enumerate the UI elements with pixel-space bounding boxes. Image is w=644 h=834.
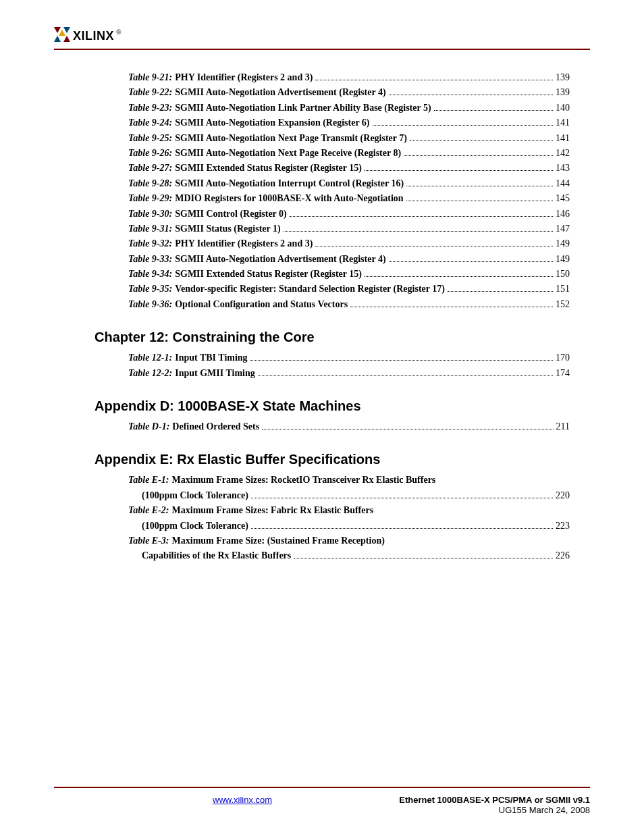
toc-page-number: 223 [556,519,570,533]
toc-page-number: 152 [556,297,570,312]
footer-link[interactable]: www.xilinx.com [213,795,272,815]
toc-page-number: 140 [556,101,570,115]
section-heading: Appendix D: 1000BASE-X State Machines [95,398,590,414]
toc-entry[interactable]: Table 9-31:SGMII Status (Register 1)147 [128,221,570,236]
toc-page-number: 144 [556,176,570,191]
toc-entry-title: Vendor-specific Register: Standard Selec… [175,282,445,296]
toc-entry-title: MDIO Registers for 1000BASE-X with Auto-… [175,191,403,206]
toc-entry-cont-text: (100ppm Clock Tolerance) [142,488,248,503]
toc-page-number: 139 [556,85,570,100]
toc-entry-title: SGMII Auto-Negotiation Expansion (Regist… [175,115,369,130]
svg-marker-1 [63,27,70,33]
toc-entry[interactable]: Table 9-22:SGMII Auto-Negotiation Advert… [128,85,570,100]
toc-entry-label: Table 9-24: [128,115,172,130]
toc-dots [350,299,553,307]
toc-entry-label: Table 9-28: [128,176,172,191]
toc-entry-label: Table 9-27: [128,161,172,176]
toc-entry[interactable]: Table E-3:Maximum Frame Size: (Sustained… [128,533,570,548]
toc-entry[interactable]: Table 9-36:Optional Configuration and St… [128,297,570,312]
toc-entry[interactable]: Table 9-21:PHY Identifier (Registers 2 a… [128,70,570,85]
toc-entry-label: Table E-1: [128,473,169,488]
toc-entry-label: Table 9-30: [128,207,172,221]
toc-entry[interactable]: Table 9-24:SGMII Auto-Negotiation Expans… [128,115,570,130]
toc-page-number: 211 [556,419,570,434]
toc-entry[interactable]: Table 9-25:SGMII Auto-Negotiation Next P… [128,131,570,146]
toc-entry[interactable]: Table 9-32:PHY Identifier (Registers 2 a… [128,236,570,251]
toc-dots [251,520,553,528]
toc-entry[interactable]: Table 9-34:SGMII Extended Status Registe… [128,267,570,282]
toc-page-number: 141 [556,115,570,130]
toc-dots [251,490,553,498]
toc-entry-label: Table 9-22: [128,85,172,100]
toc-dots [406,193,553,201]
toc-entry-label: Table 9-32: [128,236,172,251]
toc-entry-label: Table E-3: [128,533,169,548]
toc-entry[interactable]: Table 9-26:SGMII Auto-Negotiation Next P… [128,146,570,161]
toc-page-number: 147 [556,221,570,236]
toc-entry[interactable]: Table 12-2:Input GMII Timing174 [128,366,570,381]
toc-entry-label: Table 9-35: [128,282,172,296]
toc-dots [389,87,553,95]
toc-dots [389,254,553,262]
toc-entry-label: Table 12-1: [128,350,172,365]
toc-entry-title: Defined Ordered Sets [172,419,259,434]
toc-entry[interactable]: Table D-1:Defined Ordered Sets211 [128,419,570,434]
toc-entry-title: SGMII Auto-Negotiation Advertisement (Re… [175,85,385,100]
toc-entry-title: SGMII Auto-Negotiation Advertisement (Re… [175,252,385,267]
toc-entry-label: Table 9-23: [128,101,172,115]
toc-dots [258,367,553,375]
toc-dots [410,132,553,140]
toc-page-number: 174 [556,366,570,381]
toc-entry[interactable]: Table 9-23:SGMII Auto-Negotiation Link P… [128,101,570,115]
toc-entry-continuation[interactable]: (100ppm Clock Tolerance)223 [128,519,570,533]
toc-dots [448,284,553,292]
toc-entry-label: Table 9-29: [128,191,172,206]
toc-dots [315,238,553,246]
toc-entry-continuation[interactable]: (100ppm Clock Tolerance)220 [128,488,570,503]
toc-entry-label: Table 12-2: [128,366,172,381]
toc-entry-title: PHY Identifier (Registers 2 and 3) [175,236,313,251]
svg-marker-0 [54,27,61,33]
toc-block: Table 9-21:PHY Identifier (Registers 2 a… [128,70,570,312]
toc-entry[interactable]: Table 9-27:SGMII Extended Status Registe… [128,161,570,176]
toc-page-number: 226 [556,548,570,563]
toc-dots [294,550,553,558]
toc-page-number: 139 [556,70,570,85]
toc-entry-cont-text: (100ppm Clock Tolerance) [142,519,248,533]
toc-entry[interactable]: Table E-2:Maximum Frame Sizes: Fabric Rx… [128,503,570,518]
toc-dots [404,148,553,156]
toc-entry-title: Maximum Frame Sizes: Fabric Rx Elastic B… [172,503,374,518]
footer-doc-subtitle: UG155 March 24, 2008 [399,805,590,815]
header-rule [54,49,590,50]
page-footer: www.xilinx.com Ethernet 1000BASE-X PCS/P… [54,787,590,815]
toc-page-number: 141 [556,131,570,146]
toc-entry-continuation[interactable]: Capabilities of the Rx Elastic Buffers22… [128,548,570,563]
toc-page-number: 143 [556,161,570,176]
toc-entry-title: Input GMII Timing [175,366,255,381]
toc-entry[interactable]: Table 9-33:SGMII Auto-Negotiation Advert… [128,252,570,267]
toc-dots [315,72,553,80]
toc-entry[interactable]: Table 9-28:SGMII Auto-Negotiation Interr… [128,176,570,191]
toc-entry-title: SGMII Auto-Negotiation Interrupt Control… [175,176,404,191]
svg-marker-4 [63,36,70,42]
logo-text: XILINX [73,29,114,43]
toc-entry[interactable]: Table 12-1:Input TBI Timing170 [128,350,570,365]
toc-page-number: 149 [556,236,570,251]
toc-dots [284,224,553,232]
toc-page-number: 146 [556,207,570,221]
toc-entry[interactable]: Table 9-30:SGMII Control (Register 0)146 [128,207,570,221]
toc-entry-title: SGMII Auto-Negotiation Next Page Transmi… [175,131,407,146]
toc-block: Table 12-1:Input TBI Timing170Table 12-2… [128,350,570,381]
toc-dots [373,118,553,126]
svg-marker-2 [59,30,65,36]
toc-entry-title: Input TBI Timing [175,350,247,365]
xilinx-logo-icon [54,27,70,45]
toc-entry[interactable]: Table E-1:Maximum Frame Sizes: RocketIO … [128,473,570,488]
toc-entry-label: Table 9-25: [128,131,172,146]
toc-entry-label: Table 9-33: [128,252,172,267]
toc-entry[interactable]: Table 9-35:Vendor-specific Register: Sta… [128,282,570,296]
toc-page-number: 142 [556,146,570,161]
toc-entry[interactable]: Table 9-29:MDIO Registers for 1000BASE-X… [128,191,570,206]
toc-entry-title: Maximum Frame Sizes: RocketIO Transceive… [172,473,436,488]
footer-doc-title: Ethernet 1000BASE-X PCS/PMA or SGMII v9.… [399,795,590,805]
